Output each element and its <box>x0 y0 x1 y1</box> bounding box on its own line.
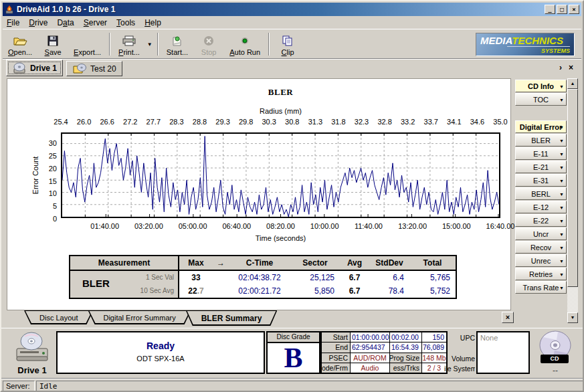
summary-close-button[interactable]: × <box>502 312 514 323</box>
sidebar-item-recov[interactable]: Recov▼ <box>515 241 567 254</box>
cell-sector-10sec: 5,850 <box>290 284 340 298</box>
end-prog-time: 16:54.39 <box>390 342 421 352</box>
tab-drive-1-label: Drive 1 <box>30 64 57 73</box>
tab-drive-1[interactable]: Drive 1 <box>6 60 63 76</box>
drive-tab-strip: Drive 1 Test 20 › × <box>3 59 581 77</box>
sidebar-item-berl[interactable]: BERL▼ <box>515 187 567 200</box>
radius-tick-label: 25.4 <box>54 118 68 126</box>
start-abs-time: 01:00:00.00 <box>351 332 389 342</box>
col-header-stddev: StdDev <box>369 256 409 271</box>
sidebar-item-bler[interactable]: BLER▼ <box>515 134 567 146</box>
maximize-button[interactable]: □ <box>557 5 567 14</box>
chevron-down-icon[interactable]: ▼ <box>559 125 564 130</box>
sidebar-item-unrec[interactable]: Unrec▼ <box>515 254 567 267</box>
sidebar-item-e-11[interactable]: E-11▼ <box>515 147 567 160</box>
start-button[interactable]: Start... <box>161 30 193 58</box>
tab-test-20[interactable]: Test 20 <box>66 61 122 76</box>
sidebar-item-uncr[interactable]: Uncr▼ <box>515 227 567 240</box>
drive-indicator: Drive 1 <box>9 331 55 375</box>
menu-item-help[interactable]: Help <box>140 17 167 29</box>
chevron-down-icon[interactable]: ▼ <box>559 192 564 197</box>
drive-status-box: Ready ODT SPX-16A <box>56 331 265 374</box>
time-tick-label: 08:20.00 <box>266 222 295 230</box>
y-axis-label: Error Count <box>17 132 27 218</box>
chevron-down-icon[interactable]: ▼ <box>559 219 564 223</box>
radius-tick-label: 29.3 <box>215 118 229 126</box>
menu-item-tools[interactable]: Tools <box>112 17 140 29</box>
menu-item-data[interactable]: Data <box>53 17 79 29</box>
chevron-down-icon[interactable]: ▼ <box>559 232 564 237</box>
close-button[interactable]: × <box>569 5 579 14</box>
minimize-button[interactable]: _ <box>545 5 555 14</box>
sidebar-item-e-21[interactable]: E-21▼ <box>515 161 567 173</box>
print-dropdown-arrow[interactable]: ▼ <box>145 41 155 47</box>
menu-item-file[interactable]: File <box>3 17 25 29</box>
print-icon <box>122 34 136 47</box>
sidebar-item-cd-info[interactable]: CD Info▼ <box>515 80 567 92</box>
tab-close-button[interactable]: × <box>569 63 573 72</box>
bottom-tab-bler-summary[interactable]: BLER Summary <box>186 310 278 326</box>
y-tick-label: 15 <box>39 177 57 185</box>
sidebar-item-e-12[interactable]: E-12▼ <box>515 201 567 213</box>
print-button[interactable]: Print... <box>113 30 145 58</box>
cell-stddev-1sec: 6.4 <box>369 271 409 284</box>
error-type-sidebar: CD Info▼TOC▼Digital Error▼BLER▼E-11▼E-21… <box>515 80 567 294</box>
chevron-down-icon[interactable]: ▼ <box>559 152 564 157</box>
sidebar-item-toc[interactable]: TOC▼ <box>515 93 567 106</box>
vertical-scrollbar[interactable]: ▲ ▼ <box>567 78 578 323</box>
chevron-down-icon[interactable]: ▼ <box>559 246 564 250</box>
chevron-down-icon[interactable]: ▼ <box>559 165 564 170</box>
sidebar-item-retries[interactable]: Retries▼ <box>515 268 567 280</box>
drive-disc-icon <box>12 62 27 74</box>
y-tick-label: 5 <box>39 202 57 210</box>
chevron-down-icon[interactable]: ▼ <box>559 272 564 277</box>
server-status-value: Idle <box>36 381 584 392</box>
mode-frm-label: ode/Frm <box>322 363 350 373</box>
sidebar-item-e-31[interactable]: E-31▼ <box>515 174 567 187</box>
chevron-down-icon[interactable]: ▼ <box>559 179 564 183</box>
chevron-down-icon[interactable]: ▼ <box>559 84 564 89</box>
bottom-tab-digital-error-summary[interactable]: Digital Error Summary <box>88 310 191 324</box>
sidebar-item-digital-error[interactable]: Digital Error▼ <box>515 120 567 133</box>
scrollbar-thumb[interactable] <box>567 89 578 287</box>
clip-button[interactable]: Clip <box>272 30 303 58</box>
tab-scroll-right-button[interactable]: › <box>559 63 562 72</box>
autorun-button[interactable]: Auto Run <box>224 30 266 58</box>
bler-group-label: BLER <box>82 278 110 289</box>
chevron-down-icon[interactable]: ▼ <box>559 286 564 290</box>
radius-tick-label: 28.8 <box>193 118 207 126</box>
save-button[interactable]: Save <box>37 30 68 58</box>
clip-label-rest: lip <box>287 48 294 56</box>
scrollbar-up-button[interactable]: ▲ <box>567 78 578 89</box>
sidebar-item-e-22[interactable]: E-22▼ <box>515 214 567 227</box>
radius-tick-label: 33.7 <box>424 118 438 126</box>
chevron-down-icon[interactable]: ▼ <box>559 98 564 102</box>
y-tick-label: 25 <box>39 152 57 160</box>
title-bar[interactable]: DriveAid 1.0 b 26 - Drive 1 _ □ × <box>3 3 581 16</box>
chevron-down-icon[interactable]: ▼ <box>559 205 564 210</box>
sidebar-item-trans-rate[interactable]: Trans Rate▼ <box>515 281 567 294</box>
export-button[interactable]: Export... <box>68 30 106 58</box>
col-header-max: Max <box>179 256 213 271</box>
menu-item-server[interactable]: Server <box>80 17 112 29</box>
time-tick-label: 10:00.00 <box>310 222 339 230</box>
chevron-down-icon[interactable]: ▼ <box>559 138 564 143</box>
radius-axis-label: Radius (mm) <box>61 107 500 115</box>
logo-systems: SYSTEMS <box>507 46 570 54</box>
chevron-down-icon[interactable]: ▼ <box>559 259 564 264</box>
bottom-tab-disc-layout[interactable]: Disc Layout <box>24 310 93 324</box>
stop-label: Stop <box>201 48 217 56</box>
disc-grade-value: B <box>268 343 319 373</box>
row-label-10sec: 10 Sec Avg <box>140 287 174 294</box>
cell-max-1sec: 33 <box>179 271 213 284</box>
menu-item-drive[interactable]: Drive <box>25 17 53 29</box>
radius-tick-label: 29.8 <box>239 118 253 126</box>
mediatechnics-logo: MEDIATECHNICS SYSTEMS <box>476 33 575 56</box>
radius-tick-label: 31.3 <box>308 118 322 126</box>
drive-model-text: ODT SPX-16A <box>58 355 264 363</box>
progsize-value: 148 Mb <box>422 353 446 363</box>
scrollbar-down-button[interactable]: ▼ <box>567 312 578 323</box>
open-button[interactable]: Open... <box>3 30 37 58</box>
col-header-sector: Sector <box>290 256 340 271</box>
time-tick-label: 01:40.00 <box>90 222 119 230</box>
